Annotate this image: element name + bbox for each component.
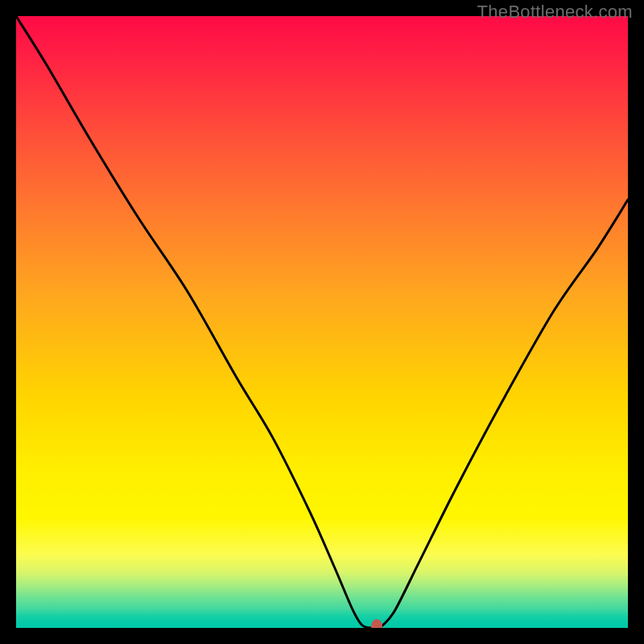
chart-container: TheBottleneck.com	[0, 0, 644, 644]
optimum-marker-icon	[371, 619, 382, 628]
plot-area	[16, 16, 628, 628]
watermark-text: TheBottleneck.com	[477, 2, 633, 23]
bottleneck-curve	[16, 16, 628, 628]
